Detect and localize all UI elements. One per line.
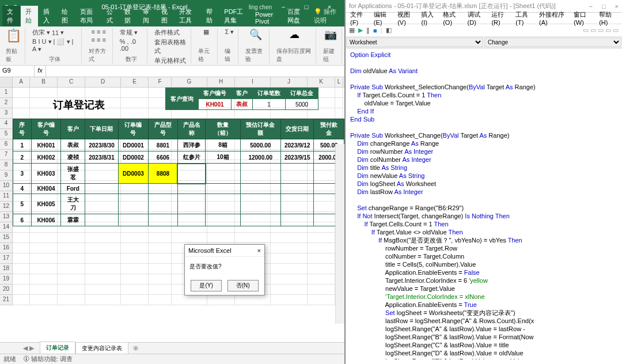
vba-break-icon[interactable]: ‖ [366, 26, 370, 34]
sheet-nav-icons[interactable]: ◀ ▶ [23, 344, 34, 352]
table-cell[interactable]: KH003 [31, 164, 61, 184]
grid-cell[interactable] [58, 285, 85, 295]
table-cell[interactable]: 1 [13, 139, 32, 151]
row-header[interactable]: 18 [0, 264, 13, 274]
table-cell[interactable]: 2 [13, 151, 32, 164]
tab-review[interactable]: 审阅 [138, 6, 156, 26]
code-line[interactable]: If Target.Cells.Count = 1 Then [350, 220, 617, 228]
vertical-scrollbar[interactable] [335, 144, 344, 324]
code-line[interactable]: 'Target.Interior.ColorIndex = xlNone [350, 293, 617, 301]
table-cell[interactable] [206, 214, 240, 226]
row-header[interactable]: 13 [0, 212, 13, 222]
table-cell[interactable] [85, 194, 119, 214]
table-cell[interactable] [240, 194, 280, 214]
grid-cell[interactable] [149, 233, 172, 243]
grid-cell[interactable] [149, 264, 172, 274]
vba-menu-item[interactable]: 格式(O) [443, 10, 461, 26]
row-header[interactable]: 8 [0, 160, 13, 170]
discover-icon[interactable]: 🔍 [249, 28, 262, 41]
grid-cell[interactable] [58, 253, 85, 264]
grid-cell[interactable] [335, 88, 343, 98]
query-value[interactable]: 1 [253, 99, 286, 110]
table-cell[interactable] [149, 214, 177, 226]
table-cell[interactable]: 凌祯 [61, 151, 85, 164]
grid-cell[interactable] [58, 88, 85, 98]
col-header[interactable]: H [207, 77, 235, 87]
editing-buttons[interactable]: Σ ▾ [225, 28, 234, 36]
align-buttons-2[interactable]: ≡ ≡ ≡ [92, 36, 106, 43]
table-cell[interactable] [240, 164, 280, 184]
table-cell[interactable] [240, 184, 280, 194]
table-cell[interactable]: 3 [13, 164, 32, 184]
table-cell[interactable]: 霖霖 [61, 214, 85, 226]
grid-cell[interactable] [85, 233, 121, 243]
code-line[interactable]: If Target.Value <> oldValue Then [350, 228, 617, 236]
grid-area[interactable]: ABCDEFGHIJKL 123456789101112131415161718… [0, 77, 344, 346]
vba-tools-icons[interactable]: ▭ ▭ ▭ ▭ ▭ [583, 26, 619, 34]
grid-cell[interactable] [271, 253, 308, 264]
camera-icon[interactable]: 📷 [324, 28, 337, 41]
sheet-tab-changelog[interactable]: 变更内容记录表 [75, 342, 128, 354]
vba-reset-icon[interactable]: ■ [373, 27, 377, 34]
vba-menu-item[interactable]: 编辑(E) [374, 10, 392, 26]
row-header[interactable]: 21 [0, 295, 13, 305]
grid-cell[interactable] [13, 264, 30, 274]
tab-view[interactable]: 视图 [157, 6, 175, 26]
status-accessibility[interactable]: 🛈 辅助功能: 调查 [23, 355, 73, 363]
table-cell[interactable]: 张盛茗 [61, 164, 85, 184]
vba-view-icon[interactable]: ▦ [349, 26, 355, 34]
table-cell[interactable]: 5000.00 [240, 139, 280, 151]
table-cell[interactable]: 6606 [149, 151, 177, 164]
code-line[interactable]: Set logSheet = Worksheets("变更内容记录表") [350, 309, 617, 317]
table-cell[interactable] [280, 194, 314, 214]
vba-menu-item[interactable]: 调试(D) [468, 10, 486, 26]
table-cell[interactable]: 6 [13, 214, 32, 226]
grid-cell[interactable] [308, 274, 335, 285]
tab-home[interactable]: 开始 [21, 6, 39, 26]
savewb-icon[interactable]: ☁ [289, 28, 299, 41]
grid-cell[interactable] [30, 295, 58, 305]
table-cell[interactable]: 10箱 [206, 151, 240, 164]
table-fmt-button[interactable]: 套用表格格式 [154, 38, 188, 55]
table-cell[interactable]: KH006 [31, 214, 61, 226]
tab-help[interactable]: 帮助 [202, 6, 219, 26]
grid-cell[interactable] [172, 233, 207, 243]
grid-cell[interactable] [308, 243, 335, 253]
font-style-buttons[interactable]: B I U ▾ | ⬜ ▾ | A ▾ [32, 38, 78, 53]
code-line[interactable]: newValue = Target.Value [350, 285, 617, 293]
code-line[interactable] [350, 123, 617, 131]
code-line[interactable]: If MsgBox("是否更改值？", vbYesNo) = vbYes The… [350, 236, 617, 244]
select-all-corner[interactable] [0, 77, 13, 87]
grid-cell[interactable] [58, 243, 85, 253]
grid-cell[interactable] [13, 243, 30, 253]
table-cell[interactable]: DD0001 [118, 139, 149, 151]
grid-cell[interactable] [235, 233, 271, 243]
grid-cell[interactable] [308, 285, 335, 295]
table-cell[interactable]: KH001 [31, 139, 61, 151]
vba-toolbar[interactable]: ▦ ▶ ‖ ■ | ◧ ▭ ▭ ▭ ▭ ▭ [346, 24, 622, 37]
code-line[interactable]: Dim rowNumber As Integer [350, 147, 617, 156]
table-cell[interactable] [177, 164, 206, 184]
table-cell[interactable]: 2023/8/31 [85, 151, 119, 164]
tab-powerpivot[interactable]: Power Pivot [251, 9, 282, 26]
grid-cell[interactable] [172, 295, 207, 305]
grid-cell[interactable] [149, 243, 172, 253]
table-cell[interactable] [85, 164, 119, 184]
grid-cell[interactable] [121, 285, 149, 295]
code-line[interactable]: Target.Interior.ColorIndex = 6 'yellow [350, 276, 617, 285]
grid-cell[interactable] [30, 274, 58, 285]
table-cell[interactable] [177, 194, 206, 214]
vba-minimize-button[interactable]: − [589, 3, 592, 10]
row-header[interactable]: 5 [0, 129, 13, 139]
code-line[interactable]: Option Explicit [350, 51, 617, 59]
table-cell[interactable]: 5 [13, 194, 32, 214]
vba-menu-item[interactable]: 视图(V) [397, 10, 415, 26]
code-line[interactable]: Dim logSheet As Worksheet [350, 180, 617, 188]
code-line[interactable]: Set changeRange = Range("B6:R29") [350, 204, 617, 212]
col-header[interactable]: L [335, 77, 343, 87]
grid-cell[interactable] [30, 253, 58, 264]
tab-pdf[interactable]: PDF工具集 [219, 6, 250, 26]
font-name-dropdown[interactable]: 仿宋 [32, 28, 45, 37]
query-value[interactable]: KH001 [199, 99, 232, 110]
formula-input[interactable] [46, 66, 344, 77]
